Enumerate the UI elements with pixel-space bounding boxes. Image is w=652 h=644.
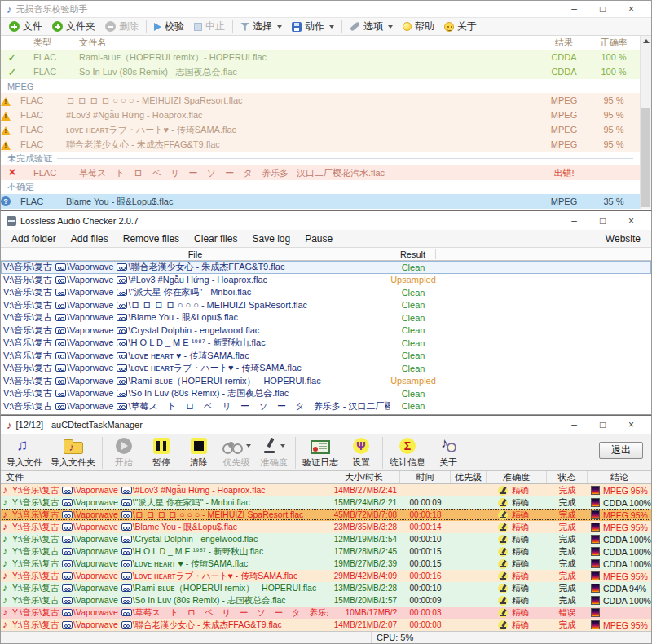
scroll-thumb[interactable] bbox=[641, 108, 650, 207]
abort-button[interactable]: 中止 bbox=[189, 18, 230, 35]
import-folder-button[interactable]: 导入文件夹 bbox=[46, 435, 99, 469]
task-row[interactable]: ♪Y:\音乐\复古 \Vaporwave \Blame You - 眼&Lopu… bbox=[1, 521, 651, 533]
menu-item[interactable]: Add files bbox=[64, 233, 116, 245]
music-note-icon: ♪ bbox=[2, 509, 11, 520]
titlebar[interactable]: 无损音乐校验助手 – □ × bbox=[1, 1, 651, 17]
clear-button[interactable]: 清除 bbox=[180, 435, 218, 469]
minimize-button[interactable]: – bbox=[560, 2, 588, 16]
file-row[interactable]: V:\音乐\复古 \Vaporwave \草莓ス゚ト゚ロ゚ベ゚リ゚ー゚ソ゚ー゚タ… bbox=[1, 400, 651, 413]
delete-button[interactable]: 删除 bbox=[100, 18, 143, 35]
column-header[interactable]: 结论 bbox=[588, 471, 651, 483]
menu-item[interactable]: Save log bbox=[244, 233, 297, 245]
column-result[interactable]: 结果 bbox=[540, 37, 588, 49]
file-row[interactable]: V:\音乐\复古 \Vaporwave \Blame You - 眼&Lopu$… bbox=[1, 311, 651, 324]
file-row[interactable]: FLACロ ロ ロ ロ ○ ○ ○ - MEIHUIZI SpaResort.f… bbox=[1, 93, 640, 108]
column-type[interactable]: 类型 bbox=[24, 37, 74, 49]
path-segment: \Vaporwave bbox=[67, 262, 116, 271]
file-row[interactable]: V:\音乐\复古 \Vaporwave \Crystal Dolphin - e… bbox=[1, 324, 651, 337]
menu-item[interactable]: Pause bbox=[297, 233, 340, 245]
column-header[interactable]: 优先级 bbox=[451, 471, 487, 483]
minimize-button[interactable]: – bbox=[560, 214, 588, 228]
task-row[interactable]: ♪Y:\音乐\复古 \Vaporwave \So In Luv (80s Rem… bbox=[1, 594, 651, 607]
close-button[interactable]: × bbox=[617, 2, 645, 16]
close-button[interactable]: × bbox=[617, 417, 645, 432]
help-button[interactable]: 帮助 bbox=[398, 18, 439, 35]
import-files-button[interactable]: 导入文件 bbox=[2, 435, 46, 469]
task-row[interactable]: ♪Y:\音乐\复古 \Vaporwave \H O L D _ M E ¹⁹⁸⁷… bbox=[1, 545, 651, 558]
file-row[interactable]: V:\音乐\复古 \Vaporwave \"派大星 你在家吗" - Mnboi.… bbox=[1, 286, 651, 299]
menu-item[interactable]: Add folder bbox=[4, 233, 64, 245]
scroll-up-arrow-icon[interactable] bbox=[643, 39, 650, 43]
file-row[interactable]: V:\音乐\复古 \Vaporwave \ʟᴏᴠᴇ ʜᴇᴀʀᴛ ♥ - 传琦SA… bbox=[1, 350, 651, 363]
dropdown-arrow-icon bbox=[246, 444, 251, 448]
menu-item-website[interactable]: Website bbox=[598, 233, 648, 245]
file-row[interactable]: FLACBlame You - 眼&Lopu$.flacMPEG35 % bbox=[1, 194, 640, 209]
column-result[interactable]: Result bbox=[390, 249, 436, 259]
task-row[interactable]: ♪Y:\音乐\复古 \Vaporwave \Rami-ʙʟᴜᴇ（HOPERUI … bbox=[1, 582, 651, 594]
file-row[interactable]: V:\音乐\复古 \Vaporwave \#Lov3 #Ngẫu Hứng - … bbox=[1, 274, 651, 287]
task-row[interactable]: ♪Y:\音乐\复古 \Vaporwave \"派大星 你在家吗" - Mnboi… bbox=[1, 496, 651, 509]
file-row[interactable]: FLAC#Lov3 #Ngẫu Hứng - Hoaprox.flacMPEG9… bbox=[1, 108, 640, 122]
file-row[interactable]: V:\音乐\复古 \Vaporwave \So In Luv (80s Remi… bbox=[1, 387, 651, 400]
column-header[interactable]: 文件 bbox=[1, 471, 328, 483]
column-filename[interactable]: 文件名 bbox=[74, 37, 540, 49]
about-button[interactable]: 关于 bbox=[439, 18, 482, 35]
titlebar[interactable]: [12/12] - auCDtectTaskManager – □ × bbox=[1, 416, 651, 434]
menu-item[interactable]: Remove files bbox=[116, 233, 187, 245]
rate-label: 35 % bbox=[588, 196, 640, 206]
add-files-button[interactable]: 文件 bbox=[4, 18, 47, 35]
microscope-icon bbox=[498, 498, 508, 508]
accuracy-button[interactable]: 准确度 bbox=[255, 435, 293, 469]
file-row[interactable]: V:\音乐\复古 \Vaporwave \Rami-ʙʟᴜᴇ（HOPERUI r… bbox=[1, 375, 651, 388]
pause-button[interactable]: 暂停 bbox=[143, 435, 180, 469]
close-button[interactable]: × bbox=[617, 214, 645, 228]
maximize-button[interactable]: □ bbox=[588, 417, 617, 432]
column-header[interactable]: 状态 bbox=[547, 471, 588, 483]
time-elapsed-label: 00:00:10 bbox=[400, 584, 451, 593]
titlebar[interactable]: Lossless Audio Checker 2.0.7 – □ × bbox=[1, 211, 651, 230]
file-row[interactable]: V:\音乐\复古 \Vaporwave \H O L D _ M E ¹⁹⁸⁷ … bbox=[1, 337, 651, 350]
file-row[interactable]: FLAC聯合老漢少女心 - 朱成杰FFAG&T9.flacMPEG95 % bbox=[1, 137, 640, 152]
column-rate[interactable]: 正确率 bbox=[588, 37, 640, 49]
file-row[interactable]: FLAC草莓ス゚ト゚ロ゚ベ゚リ゚ー゚ソ゚ー゚タ゚养乐多 - 汉口二厂樱花汽水.f… bbox=[1, 165, 640, 180]
task-row[interactable]: ♪Y:\音乐\复古 \Vaporwave \#Lov3 #Ngẫu Hứng -… bbox=[1, 484, 651, 496]
action-menu-button[interactable]: 动作 bbox=[287, 18, 339, 35]
column-file[interactable]: File bbox=[1, 249, 390, 259]
file-row[interactable]: V:\音乐\复古 \Vaporwave \ʟᴏᴠᴇ ʜᴇᴀʀᴛラブ・ハート♥ -… bbox=[1, 362, 651, 375]
file-row[interactable]: FLACRami-ʙʟᴜᴇ（HOPERUI remix）- HOPERUI.fl… bbox=[1, 50, 640, 64]
file-row[interactable]: FLACSo In Luv (80s Remix) - 志国夜总会.flacCD… bbox=[1, 64, 640, 79]
verify-log-button[interactable]: 验证日志 bbox=[298, 435, 342, 469]
start-button[interactable]: 开始 bbox=[105, 435, 143, 469]
path-segment: Y:\音乐\复古 bbox=[12, 546, 61, 556]
file-row[interactable]: V:\音乐\复古 \Vaporwave \聯合老漢少女心 - 朱成杰FFAG&T… bbox=[1, 261, 651, 274]
menu-item[interactable]: Clear files bbox=[187, 233, 244, 245]
task-row[interactable]: ♪Y:\音乐\复古 \Vaporwave \聯合老漢少女心 - 朱成杰FFAG&… bbox=[1, 619, 651, 631]
statistics-button[interactable]: 统计信息 bbox=[385, 435, 430, 469]
maximize-button[interactable]: □ bbox=[588, 214, 617, 228]
task-row[interactable]: ♪Y:\音乐\复古 \Vaporwave \Crystal Dolphin - … bbox=[1, 533, 651, 545]
priority-button[interactable]: 优先级 bbox=[218, 435, 255, 469]
maximize-button[interactable]: □ bbox=[588, 2, 617, 16]
result-label: Clean bbox=[390, 262, 436, 272]
settings-button[interactable]: 设置 bbox=[342, 435, 380, 469]
verify-button[interactable]: 校验 bbox=[149, 18, 189, 35]
column-header[interactable]: 准确度 bbox=[487, 471, 547, 483]
file-row[interactable]: V:\音乐\复古 \Vaporwave \ロ ロ ロ ロ ○ ○ ○ - MEI… bbox=[1, 299, 651, 312]
minimize-button[interactable]: – bbox=[560, 417, 588, 432]
add-folder-button[interactable]: 文件夹 bbox=[47, 18, 100, 35]
task-row[interactable]: ♪Y:\音乐\复古 \Vaporwave \ʟᴏᴠᴇ ʜᴇᴀʀᴛ ♥ - 传琦S… bbox=[1, 558, 651, 570]
task-row[interactable]: ♪Y:\音乐\复古 \Vaporwave \草莓ス゚ト゚ロ゚ベ゚リ゚ー゚ソ゚ー゚… bbox=[1, 607, 651, 619]
file-path: ♪Y:\音乐\复古 \Vaporwave \H O L D _ M E ¹⁹⁸⁷… bbox=[1, 545, 328, 558]
exit-button[interactable]: 退出 bbox=[599, 442, 643, 459]
select-menu-button[interactable]: 选择 bbox=[236, 18, 287, 35]
file-row[interactable]: FLACʟᴏᴠᴇ ʜᴇᴀʀᴛラブ・ハート♥ - 传琦SAMA.flacMPEG9… bbox=[1, 122, 640, 137]
column-header[interactable]: 时间 bbox=[400, 471, 451, 483]
result-label: CDDA bbox=[540, 52, 588, 62]
scrollbar[interactable] bbox=[640, 36, 651, 209]
time-elapsed-label: 00:00:09 bbox=[400, 498, 451, 507]
about-button[interactable]: 关于 bbox=[430, 435, 467, 469]
task-row[interactable]: ♪Y:\音乐\复古 \Vaporwave \ʟᴏᴠᴇ ʜᴇᴀʀᴛラブ・ハート♥ … bbox=[1, 570, 651, 582]
task-row[interactable]: ♪Y:\音乐\复古 \Vaporwave \ロ ロ ロ ロ ○ ○ ○ - ME… bbox=[1, 509, 651, 521]
column-header[interactable]: 大小/时长 bbox=[328, 471, 400, 483]
options-menu-button[interactable]: 选项 bbox=[345, 18, 398, 35]
